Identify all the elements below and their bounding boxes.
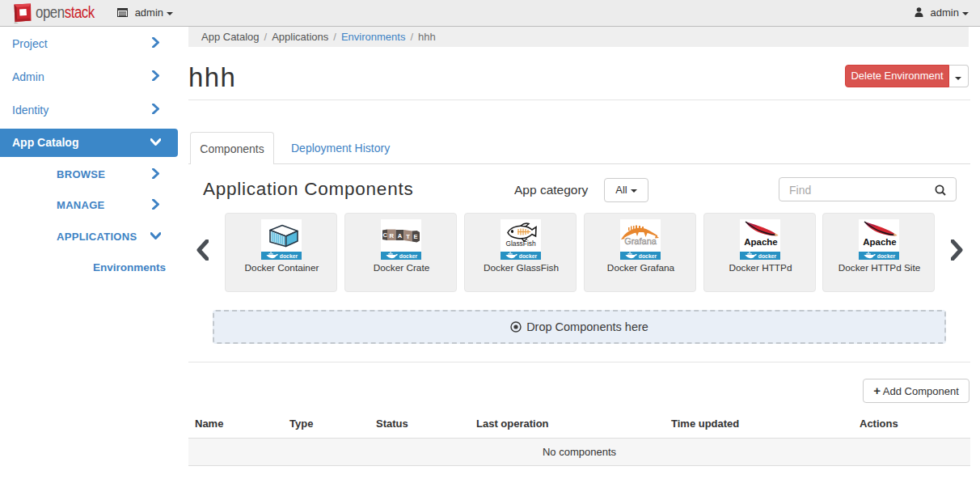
svg-text:docker: docker	[519, 253, 538, 259]
svg-text:R: R	[389, 231, 394, 239]
svg-text:GlassFish: GlassFish	[505, 240, 536, 248]
svg-text:Apache: Apache	[744, 236, 778, 246]
svg-text:E: E	[413, 233, 417, 240]
svg-text:docker: docker	[758, 253, 777, 259]
svg-text:Grafana: Grafana	[624, 236, 657, 246]
svg-text:docker: docker	[877, 253, 896, 259]
svg-text:T: T	[406, 232, 410, 240]
svg-text:docker: docker	[639, 253, 657, 259]
svg-text:docker: docker	[399, 253, 418, 259]
svg-text:A: A	[398, 231, 403, 239]
svg-text:C: C	[382, 231, 387, 239]
svg-text:docker: docker	[280, 253, 298, 259]
svg-text:Apache: Apache	[863, 236, 897, 246]
